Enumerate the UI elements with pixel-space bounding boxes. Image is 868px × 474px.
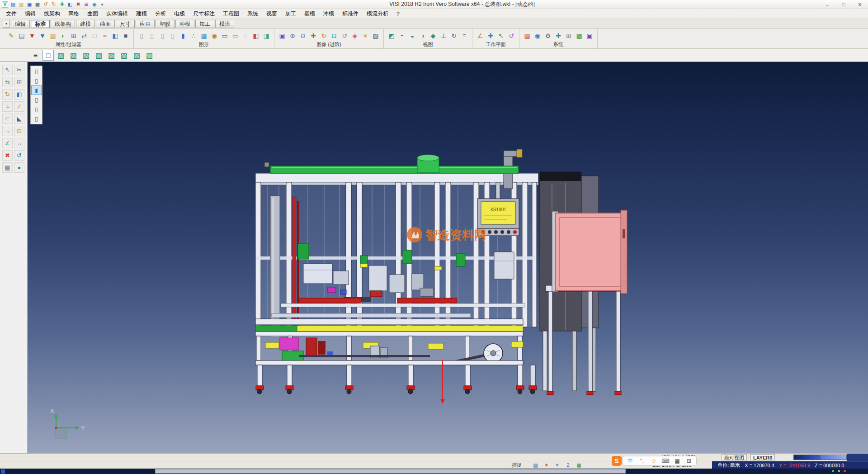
menu-item[interactable]: ? [392,10,404,18]
view-list-icon[interactable]: ≡ [459,30,469,40]
view-normal-icon[interactable]: ⊥ [439,30,448,40]
menu-item[interactable]: 视窗 [262,9,281,19]
undo-icon[interactable]: ↺ [42,1,49,8]
open-file-icon[interactable]: ▥ [18,1,25,8]
menu-item[interactable]: 加工 [281,9,300,19]
scissors-icon[interactable]: ✂ [14,65,24,75]
device-slot-6-icon[interactable]: ▯ [31,114,42,123]
mirror-icon[interactable]: ◧ [14,89,24,100]
rotate-view-icon[interactable]: ↻ [319,30,329,40]
taskbar-app-band[interactable] [155,469,626,474]
tab[interactable]: 编辑 [11,20,30,28]
status-flame-icon[interactable]: ✶ [542,461,550,469]
angle-measure-icon[interactable]: ∠ [2,138,13,148]
transparency-icon[interactable]: ◌ [241,30,250,40]
layer-filter-icon[interactable]: ▦ [48,30,58,40]
zoom-fit-icon[interactable]: ⊡ [329,30,339,40]
move-icon[interactable]: ⇆ [2,77,13,87]
grid-icon[interactable]: ⊞ [83,1,90,8]
settings-gear-icon[interactable]: ⚙ [543,30,553,40]
side-view-icon[interactable]: ◑ [418,30,428,40]
swap-selection-icon[interactable]: ⇄ [79,30,89,40]
workplane-new-icon[interactable]: ✚ [486,30,495,40]
tab[interactable]: 建模 [76,20,95,28]
zoom-in-icon[interactable]: ⊕ [288,30,297,40]
menu-item[interactable]: 塑模 [300,9,319,19]
print-icon[interactable]: ▦ [34,1,41,8]
status-tool-icon[interactable]: ▼ [553,461,561,469]
quick-access-dropdown-icon[interactable]: ▾ [99,2,105,7]
cube-right-icon[interactable]: ▧ [106,50,117,61]
viewport-menu-icon[interactable]: ≡ [30,50,41,61]
tab[interactable]: 模流 [215,20,234,28]
chamfer-icon[interactable]: ◣ [14,114,24,124]
device-slot-2-icon[interactable]: ▯ [31,76,42,85]
filter-red-icon[interactable]: ▼ [27,30,37,40]
light-icon[interactable]: ✶ [360,30,370,40]
tab[interactable]: 冲模 [175,20,194,28]
delete-icon[interactable]: ✖ [75,1,82,8]
save-icon[interactable]: ▣ [26,1,33,8]
menu-item[interactable]: 电极 [170,9,189,19]
cube-top-icon[interactable]: ▧ [80,50,92,61]
view-rotate-icon[interactable]: ↻ [449,30,459,40]
cube-back-icon[interactable]: ▧ [118,50,130,61]
offset-icon[interactable]: ≈ [2,101,13,112]
pan-icon[interactable]: ✚ [308,30,318,40]
iso-view-icon[interactable]: ◩ [387,30,396,40]
viewport-3d[interactable]: XS1001 [28,62,868,453]
add-icon[interactable]: ✚ [58,1,66,8]
redo-icon[interactable]: ↻ [50,1,57,8]
undo-arrow-icon[interactable]: ↺ [14,150,24,161]
tab[interactable]: 曲面 [96,20,115,28]
menu-item[interactable]: 文件 [2,9,21,19]
curve-display-icon[interactable]: ▯ [137,30,146,40]
status-doc-icon[interactable]: ▤ [532,461,539,469]
front-view-icon[interactable]: ◒ [407,30,417,40]
grid-display-icon[interactable]: ▦ [199,30,209,40]
background-icon[interactable]: ▨ [371,30,381,40]
menu-item[interactable]: 曲面 [83,9,102,19]
menu-item[interactable]: 编辑 [21,9,40,19]
taskbar-start-icon[interactable] [1,469,5,474]
menu-item[interactable]: 实体编辑 [102,9,132,19]
globe-icon[interactable]: ◉ [533,30,542,40]
workplane-xy-icon[interactable]: ∠ [475,30,485,40]
new-file-icon[interactable]: ▤ [9,1,17,8]
ime-grid-icon[interactable]: ▦ [672,458,683,464]
layer-indicator[interactable]: LAYER0 [750,454,775,460]
zoom-out-icon[interactable]: ⊖ [298,30,308,40]
color-grid-icon[interactable]: ▦ [522,30,532,40]
menu-item[interactable]: 标准件 [338,9,363,19]
menu-item[interactable]: 模流分析 [363,9,392,19]
ime-logo-icon[interactable]: S [612,456,622,466]
dimension-icon[interactable]: ↔ [14,138,24,148]
dynamic-view-icon[interactable]: ◈ [350,30,360,40]
layer-color-bars[interactable] [793,455,847,460]
erase-icon[interactable]: ✖ [2,150,13,161]
points-icon[interactable]: ∴ [189,30,198,40]
device-slot-4-icon[interactable]: ▯ [31,95,42,104]
render-icon[interactable]: ◉ [209,30,219,40]
top-view-icon[interactable]: ◓ [397,30,407,40]
shaded-icon[interactable]: ▮ [178,30,188,40]
cube-iso-icon[interactable]: ▧ [55,50,66,61]
fillet-icon[interactable]: ⊂ [2,114,13,124]
select-all-icon[interactable]: ⊞ [69,30,79,40]
workplane-reset-icon[interactable]: ↺ [506,30,516,40]
tab[interactable]: 标准 [31,20,50,28]
monitor-icon[interactable]: ▣ [585,30,594,40]
surface-filter-icon[interactable]: ◧ [110,30,120,40]
hidden-line-icon[interactable]: ▭ [230,30,240,40]
cube-front-icon[interactable]: ▧ [68,50,79,61]
tab-overflow-button[interactable]: ▾ [3,20,10,28]
ime-keyboard-icon[interactable]: ⌨ [660,458,671,464]
menu-item[interactable]: 尺寸标注 [189,9,219,19]
camera-icon[interactable]: ▣ [277,30,287,40]
layers-icon[interactable]: ◧ [66,1,74,8]
tab[interactable]: 尺寸 [116,20,135,28]
menu-item[interactable]: 工程图 [219,9,243,19]
cube-bottom-icon[interactable]: ▧ [131,50,142,61]
menu-item[interactable]: 网格 [64,9,83,19]
menu-item[interactable]: 冲模 [319,9,338,19]
